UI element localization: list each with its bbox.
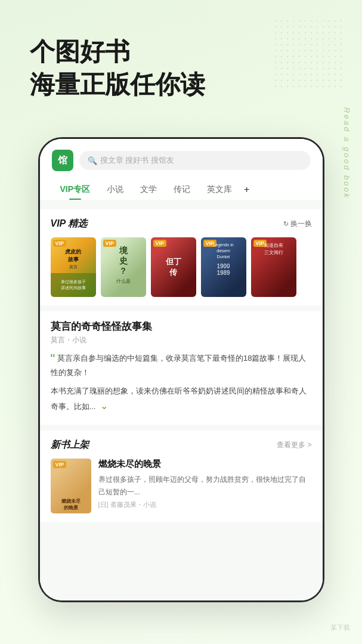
new-book-meta-1: [日] 斋藤茂果・小说	[98, 500, 312, 509]
vip-section: VIP 精选 ↻ 换一换 VIP 虎皮的故事 莫言	[40, 209, 323, 305]
search-placeholder: 搜文章 搜好书 搜馆友	[100, 155, 174, 166]
tab-english[interactable]: 英文库	[199, 179, 240, 200]
refresh-label: 换一换	[290, 219, 312, 229]
header-top: 馆 🔍 搜文章 搜好书 搜馆友	[52, 150, 311, 171]
feature-desc-2: 本书充满了瑰丽的想象，读来仿佛在听爷爷奶奶讲述民间的精怪故事和奇人奇事。比如..…	[51, 384, 312, 415]
app-logo: 馆	[52, 150, 73, 171]
dots-decoration	[273, 18, 344, 89]
nav-plus-button[interactable]: +	[244, 184, 249, 195]
book-cover-1[interactable]: VIP 虎皮的故事 莫言 养过很多孩子讲述民间故事	[51, 237, 96, 297]
app-content: 馆 🔍 搜文章 搜好书 搜馆友 VIP专区 小说 文学 传记 英文库 +	[40, 139, 323, 600]
feature-author: 莫言・小说	[51, 335, 312, 345]
new-book-desc-1: 养过很多孩子，照顾年迈的父母，努力战胜贫穷，很快地过完了自己短暂的一...	[98, 473, 312, 498]
phone-wrapper: 馆 🔍 搜文章 搜好书 搜馆友 VIP专区 小说 文学 传记 英文库 +	[38, 137, 324, 602]
nav-tabs: VIP专区 小说 文学 传记 英文库 +	[52, 179, 311, 200]
new-section-header: 新书上架 查看更多 >	[51, 439, 312, 451]
book-cover-5[interactable]: VIP 知道自有三文阅行	[251, 237, 296, 297]
feature-title: 莫言的奇奇怪怪故事集	[51, 320, 312, 333]
tab-vip[interactable]: VIP专区	[52, 179, 99, 200]
feature-desc-1: " 莫言亲自参与编选的中短篇集，收录莫言笔下最奇怪的18篇故事！展现人性的复杂！	[51, 351, 312, 379]
book-cover-3[interactable]: VIP 但丁传	[151, 237, 196, 297]
quote-mark-1: "	[51, 351, 55, 366]
search-bar[interactable]: 🔍 搜文章 搜好书 搜馆友	[79, 151, 311, 170]
vip-badge-3: VIP	[153, 240, 167, 247]
tab-biography[interactable]: 传记	[165, 179, 199, 200]
app-header: 馆 🔍 搜文章 搜好书 搜馆友 VIP专区 小说 文学 传记 英文库 +	[40, 139, 323, 200]
vip-section-title: VIP 精选	[51, 218, 88, 230]
new-vip-badge: VIP	[53, 461, 67, 468]
vip-books-row: VIP 虎皮的故事 莫言 养过很多孩子讲述民间故事 VIP	[51, 237, 312, 297]
tab-literature[interactable]: 文学	[132, 179, 165, 200]
new-book-item-1[interactable]: VIP 燃烧未尽的晚景 燃烧未尽的晚景 养过很多孩子，照顾年迈的父母，努力战胜贫…	[51, 459, 312, 513]
watermark: 某下载	[330, 623, 350, 632]
tab-novel[interactable]: 小说	[98, 179, 132, 200]
search-icon: 🔍	[88, 156, 97, 165]
feature-section: 莫言的奇奇怪怪故事集 莫言・小说 " 莫言亲自参与编选的中短篇集，收录莫言笔下最…	[40, 311, 323, 425]
new-section-title: 新书上架	[51, 439, 89, 451]
book-cover-2[interactable]: VIP 境史? 什么是	[101, 237, 146, 297]
expand-icon[interactable]: ⌄	[100, 398, 108, 415]
new-book-title-1: 燃烧未尽的晚景	[98, 459, 312, 470]
refresh-icon: ↻	[283, 220, 289, 228]
app-main: VIP 精选 ↻ 换一换 VIP 虎皮的故事 莫言	[40, 200, 323, 596]
book-cover-4[interactable]: VIP Legends indiesemDunkel 19001989	[201, 237, 246, 297]
vip-section-header: VIP 精选 ↻ 换一换	[51, 218, 312, 230]
refresh-button[interactable]: ↻ 换一换	[283, 219, 312, 229]
see-more-button[interactable]: 查看更多 >	[277, 440, 311, 450]
phone-mockup: 馆 🔍 搜文章 搜好书 搜馆友 VIP专区 小说 文学 传记 英文库 +	[38, 137, 324, 602]
new-books-section: 新书上架 查看更多 > VIP 燃烧未尽的晚景 燃烧未尽的晚景 养过很多孩子，	[40, 431, 323, 522]
new-book-info-1: 燃烧未尽的晚景 养过很多孩子，照顾年迈的父母，努力战胜贫穷，很快地过完了自己短暂…	[98, 459, 312, 509]
side-text: Read a good book	[342, 107, 351, 199]
new-book-cover-1: VIP 燃烧未尽的晚景	[51, 459, 91, 513]
